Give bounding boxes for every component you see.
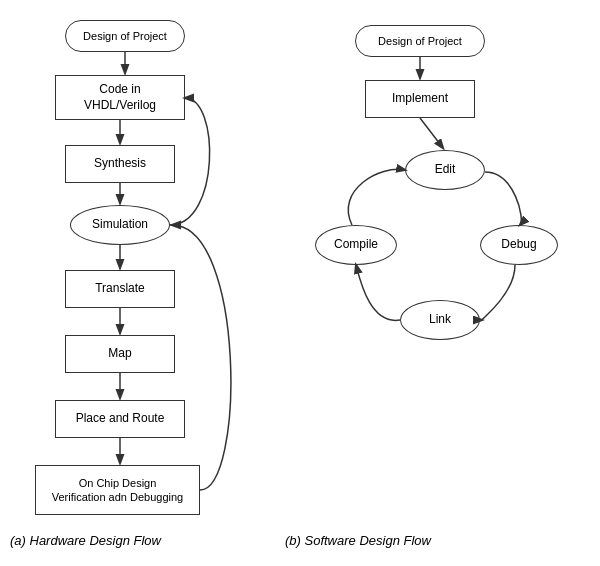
- right-caption: (b) Software Design Flow: [285, 533, 431, 548]
- code-node: Code inVHDL/Verilog: [55, 75, 185, 120]
- implement-node: Implement: [365, 80, 475, 118]
- verify-node: On Chip DesignVerification adn Debugging: [35, 465, 200, 515]
- compile-node: Compile: [315, 225, 397, 265]
- design-of-project-node: Design of Project: [65, 20, 185, 52]
- left-caption: (a) Hardware Design Flow: [10, 533, 161, 548]
- design2-node: Design of Project: [355, 25, 485, 57]
- link-node: Link: [400, 300, 480, 340]
- map-node: Map: [65, 335, 175, 373]
- edit-node: Edit: [405, 150, 485, 190]
- place-route-node: Place and Route: [55, 400, 185, 438]
- synthesis-node: Synthesis: [65, 145, 175, 183]
- hardware-design-flow: Design of Project Code inVHDL/Verilog Sy…: [10, 10, 260, 520]
- software-design-flow: Design of Project Implement Edit Debug L…: [280, 10, 590, 520]
- translate-node: Translate: [65, 270, 175, 308]
- simulation-node: Simulation: [70, 205, 170, 245]
- debug-node: Debug: [480, 225, 558, 265]
- svg-line-8: [420, 118, 443, 148]
